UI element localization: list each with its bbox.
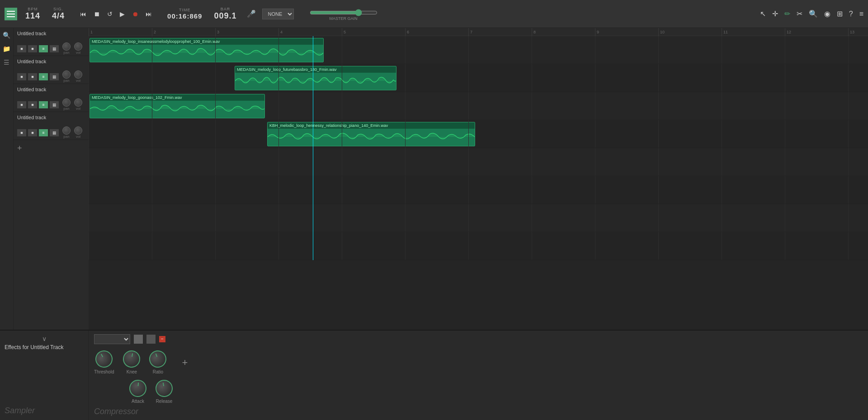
- grid-line: [342, 36, 342, 64]
- skip-forward-button[interactable]: ⏭: [143, 9, 155, 19]
- release-knob[interactable]: [154, 378, 174, 398]
- pin-tool-button[interactable]: ◉: [824, 9, 830, 18]
- play-button[interactable]: ▶: [117, 9, 127, 19]
- grid-line: [278, 92, 279, 120]
- track3-edit-button[interactable]: ▦: [50, 101, 59, 108]
- effects-dropdown[interactable]: [94, 334, 130, 344]
- grid-line: [278, 204, 279, 232]
- track4-edit-button[interactable]: ▦: [50, 129, 59, 136]
- grid-line: [342, 176, 342, 204]
- record-button[interactable]: ⏺: [129, 9, 141, 19]
- grid-line: [89, 36, 89, 64]
- track2-pan-label: pan: [63, 79, 69, 83]
- search-tool-button[interactable]: 🔍: [809, 9, 818, 18]
- track2-edit-button[interactable]: ▦: [50, 73, 59, 80]
- tracks-area: 🔍 📁 ☰ Untitled track ■ ■ ≡ ▦ pan: [0, 28, 868, 330]
- grid-line: [532, 148, 532, 176]
- track3-vol-group: vol: [74, 98, 82, 111]
- track2-mute-button[interactable]: ■: [17, 73, 26, 80]
- loop-button[interactable]: ↺: [104, 9, 115, 19]
- collapse-button[interactable]: ∨: [42, 335, 47, 342]
- add-track-button[interactable]: +: [14, 140, 26, 157]
- time-value: 00:16:869: [167, 12, 202, 20]
- menu2-button[interactable]: ≡: [859, 10, 863, 18]
- track4-vol-group: vol: [74, 126, 82, 139]
- track1-pan-label: pan: [63, 51, 69, 55]
- track4-pan-knob[interactable]: [62, 126, 71, 135]
- track-controls-2: ■ ■ ≡ ▦ pan vol: [17, 70, 85, 83]
- cut-tool-button[interactable]: ✂: [797, 9, 802, 18]
- edit-tool-button[interactable]: ✏: [784, 9, 790, 18]
- threshold-knob[interactable]: [92, 347, 116, 371]
- timeline-area[interactable]: 12345678910111213141516171819 MEDASIN_me…: [89, 28, 868, 330]
- track1-vol-knob[interactable]: [74, 42, 82, 51]
- effects-title: Effects for Untitled Track: [5, 342, 84, 352]
- track-lane-5: [89, 148, 868, 176]
- track2-pan-knob[interactable]: [62, 70, 71, 79]
- knee-knob[interactable]: [122, 349, 142, 369]
- grid-line: [722, 148, 722, 176]
- stop-button[interactable]: ⏹: [91, 9, 103, 19]
- hamburger-button[interactable]: [5, 8, 17, 20]
- audio-clip-1[interactable]: MEDASIN_melody_loop_insaneassmelodyloopp…: [90, 38, 324, 62]
- track2-fx-button[interactable]: ≡: [39, 73, 48, 80]
- track3-solo-button[interactable]: ■: [28, 101, 37, 108]
- grid-line: [595, 204, 595, 232]
- top-right-tools: ↖ ✛ ✏ ✂ 🔍 ◉ ⊞ ? ≡: [760, 9, 863, 18]
- master-gain-slider[interactable]: [310, 9, 377, 16]
- move-tool-button[interactable]: ✛: [772, 9, 778, 18]
- timeline-content: 12345678910111213141516171819 MEDASIN_me…: [89, 28, 868, 260]
- grid-line: [215, 204, 216, 232]
- grid-tool-button[interactable]: ⊞: [837, 9, 843, 18]
- track2-solo-button[interactable]: ■: [28, 73, 37, 80]
- attack-knob-container: Attack: [129, 380, 146, 404]
- sidebar-folder-button[interactable]: 📁: [3, 45, 10, 52]
- track1-fx-button[interactable]: ≡: [39, 45, 48, 52]
- track3-fx-button[interactable]: ≡: [39, 101, 48, 108]
- select-tool-button[interactable]: ↖: [760, 9, 766, 18]
- grid-line: [785, 232, 785, 260]
- track4-mute-button[interactable]: ■: [17, 129, 26, 136]
- device-select[interactable]: NONE: [262, 9, 294, 19]
- track4-solo-button[interactable]: ■: [28, 129, 37, 136]
- grid-line: [595, 92, 595, 120]
- ruler-tick-12: 12: [785, 28, 791, 36]
- grid-line: [278, 232, 279, 260]
- help-button[interactable]: ?: [849, 10, 853, 18]
- ruler-tick-10: 10: [658, 28, 665, 36]
- track1-vol-label: vol: [76, 51, 80, 55]
- track-lane-3: MEDASIN_melody_loop_goonass_102_Fmin.wav: [89, 92, 868, 120]
- track3-vol-knob[interactable]: [74, 98, 82, 107]
- track1-solo-button[interactable]: ■: [28, 45, 37, 52]
- ratio-knob[interactable]: [147, 348, 169, 370]
- add-effect-button[interactable]: +: [180, 355, 189, 370]
- track2-vol-knob[interactable]: [74, 70, 82, 79]
- audio-clip-3[interactable]: MEDASIN_melody_loop_goonass_102_Fmin.wav: [90, 94, 265, 118]
- track1-mute-button[interactable]: ■: [17, 45, 26, 52]
- grid-line: [405, 148, 406, 176]
- effect-toggle-1[interactable]: [134, 335, 143, 344]
- release-knob-label: Release: [156, 399, 173, 404]
- track1-pan-knob[interactable]: [62, 42, 71, 51]
- track3-mute-button[interactable]: ■: [17, 101, 26, 108]
- skip-back-button[interactable]: ⏮: [77, 9, 89, 19]
- audio-clip-4[interactable]: KBH_melodic_loop_hennessy_relationship_p…: [267, 122, 475, 146]
- effect-toggle-2[interactable]: [146, 335, 156, 344]
- grid-line: [278, 148, 279, 176]
- grid-line: [848, 64, 849, 92]
- track1-pan-group: pan: [62, 42, 71, 55]
- track4-vol-knob[interactable]: [74, 126, 82, 135]
- attack-knob[interactable]: [128, 379, 147, 397]
- track4-fx-button[interactable]: ≡: [39, 129, 48, 136]
- effect-remove-button[interactable]: −: [159, 336, 165, 342]
- track3-pan-knob[interactable]: [62, 98, 71, 107]
- sidebar-list-button[interactable]: ☰: [4, 59, 9, 66]
- sidebar-search-button[interactable]: 🔍: [3, 32, 10, 39]
- grid-line: [215, 176, 216, 204]
- mic-button[interactable]: 🎤: [245, 8, 258, 20]
- grid-line: [278, 120, 279, 148]
- track1-edit-button[interactable]: ▦: [50, 45, 59, 52]
- track-lane-6: [89, 176, 868, 204]
- audio-clip-2[interactable]: MEDASIN_melody_loop_futurebassbro_180_Fm…: [235, 66, 396, 90]
- track1-vol-group: vol: [74, 42, 82, 55]
